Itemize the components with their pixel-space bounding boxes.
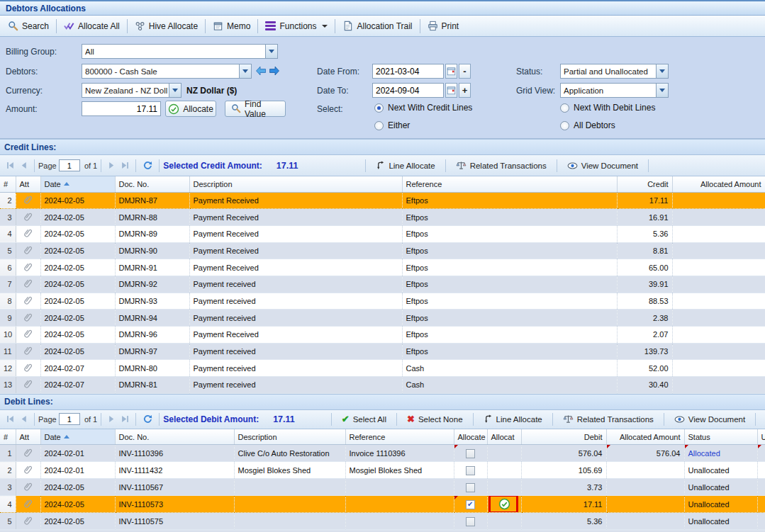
debtors-select[interactable]: 800000 - Cash Sale (82, 64, 252, 79)
date-from-decrement-button[interactable]: - (459, 64, 471, 79)
cell-allocate[interactable] (454, 513, 487, 530)
debit-view-document-button[interactable]: View Document (668, 415, 752, 424)
column-header-allocated-amount[interactable]: Allocated Amount (606, 429, 684, 445)
debit-table-row[interactable]: 2 2024-02-01 INV-1111432 Mosgiel Blokes … (0, 462, 765, 479)
column-header-reference[interactable]: Reference (345, 429, 454, 445)
attachment-cell[interactable] (16, 259, 40, 276)
credit-table-row[interactable]: 3 2024-02-05 DMJRN-88 Payment Received E… (0, 209, 765, 226)
attachment-cell[interactable] (16, 377, 40, 394)
functions-button[interactable]: Functions (260, 19, 333, 33)
allocate-checkbox[interactable] (466, 466, 475, 475)
allocate-checkbox[interactable] (466, 449, 475, 458)
attachment-cell[interactable] (16, 327, 40, 344)
date-to-calendar-button[interactable] (445, 83, 457, 98)
column-header-description[interactable]: Description (189, 176, 402, 192)
billing-group-select[interactable]: All (82, 44, 278, 59)
debit-line-allocate-button[interactable]: Line Allocate (477, 414, 549, 424)
dropdown-trigger[interactable] (169, 84, 181, 97)
column-header-status[interactable]: Status (684, 429, 757, 445)
credit-related-transactions-button[interactable]: Related Transactions (449, 161, 553, 170)
grid-view-select[interactable]: Application (560, 83, 669, 98)
date-from-calendar-button[interactable] (445, 64, 457, 79)
attachment-cell[interactable] (16, 276, 40, 293)
credit-table-row[interactable]: 9 2024-02-05 DMJRN-94 Payment received E… (0, 310, 765, 327)
credit-table-row[interactable]: 7 2024-02-05 DMJRN-92 Payment received E… (0, 276, 765, 293)
allocation-trail-button[interactable]: Allocation Trail (337, 18, 417, 33)
credit-table-row[interactable]: 2 2024-02-05 DMJRN-87 Payment Received E… (0, 192, 765, 209)
credit-table-row[interactable]: 11 2024-02-05 DMJRN-97 Payment received … (0, 343, 765, 360)
first-page-button[interactable] (4, 415, 17, 423)
column-header-allocat[interactable]: Allocat (487, 429, 521, 445)
credit-table-row[interactable]: 8 2024-02-05 DMJRN-93 Payment received E… (0, 293, 765, 310)
attachment-cell[interactable] (16, 242, 40, 259)
allocate-all-button[interactable]: Allocate All (59, 18, 125, 33)
hive-allocate-button[interactable]: Hive Allocate (130, 18, 203, 33)
column-header-reference[interactable]: Reference (402, 176, 617, 192)
attachment-cell[interactable] (16, 462, 40, 479)
column-header-doc-no[interactable]: Doc. No. (115, 176, 189, 192)
next-page-button[interactable] (105, 162, 118, 169)
radio-either[interactable]: Either (374, 120, 410, 130)
credit-table-row[interactable]: 5 2024-02-05 DMJRN-90 Payment Received E… (0, 242, 765, 259)
debit-table-row[interactable]: 5 2024-02-05 INV-1110575 (0, 513, 765, 530)
dropdown-trigger[interactable] (265, 45, 277, 58)
dropdown-trigger[interactable] (656, 84, 668, 97)
radio-all-debtors[interactable]: All Debtors (560, 120, 615, 130)
column-header-credit[interactable]: Credit (617, 176, 672, 192)
status-select[interactable]: Partial and Unallocated (560, 64, 669, 79)
column-header-date[interactable]: Date (40, 176, 115, 192)
column-header-num[interactable]: # (0, 429, 16, 445)
allocate-checkbox[interactable] (466, 500, 475, 509)
column-header-description[interactable]: Description (234, 429, 345, 445)
find-value-button[interactable]: Find Value (225, 101, 286, 117)
column-header-allocated-amount[interactable]: Allocated Amount (672, 176, 765, 192)
date-from-input[interactable] (372, 64, 444, 79)
credit-line-allocate-button[interactable]: Line Allocate (369, 161, 441, 170)
allocate-checkbox[interactable] (466, 483, 475, 492)
last-page-button[interactable] (118, 162, 132, 169)
column-header-debit[interactable]: Debit (521, 429, 606, 445)
column-header-num[interactable]: # (0, 176, 16, 192)
first-page-button[interactable] (4, 162, 17, 169)
last-page-button[interactable] (118, 415, 132, 423)
credit-table-row[interactable]: 10 2024-02-05 DMJRN-96 Payment Received … (0, 327, 765, 344)
refresh-button[interactable] (140, 161, 155, 171)
column-header-clipped[interactable]: U (757, 429, 765, 445)
column-header-att[interactable]: Att (16, 429, 40, 445)
refresh-button[interactable] (140, 414, 155, 424)
radio-next-with-credit-lines[interactable]: Next With Credit Lines (374, 103, 472, 113)
debit-table-row[interactable]: 1 2024-02-01 INV-1110396 Clive C/o Auto … (0, 445, 765, 462)
select-none-button[interactable]: ✖ Select None (401, 414, 469, 424)
previous-page-button[interactable] (17, 162, 30, 169)
attachment-cell[interactable] (16, 192, 40, 209)
attachment-cell[interactable] (16, 343, 40, 360)
next-page-button[interactable] (105, 415, 118, 423)
column-header-doc-no[interactable]: Doc. No. (115, 429, 234, 445)
attachment-cell[interactable] (16, 513, 40, 530)
column-header-allocate[interactable]: Allocate (454, 429, 487, 445)
date-to-input[interactable] (372, 83, 444, 98)
debit-related-transactions-button[interactable]: Related Transactions (557, 414, 660, 424)
dropdown-trigger[interactable] (239, 64, 251, 78)
attachment-cell[interactable] (16, 479, 40, 496)
memo-button[interactable]: Memo (208, 18, 255, 33)
print-button[interactable]: Print (423, 18, 464, 33)
attachment-cell[interactable] (16, 310, 40, 327)
cell-allocate[interactable] (454, 496, 487, 513)
amount-input[interactable] (82, 101, 161, 116)
dropdown-trigger[interactable] (656, 64, 668, 78)
credit-table-row[interactable]: 4 2024-02-05 DMJRN-89 Payment Received E… (0, 225, 765, 242)
next-debtor-button[interactable] (268, 64, 280, 77)
attachment-cell[interactable] (16, 293, 40, 310)
previous-page-button[interactable] (17, 415, 30, 423)
credit-table-row[interactable]: 12 2024-02-07 DMJRN-80 Payment received … (0, 360, 765, 377)
radio-next-with-debit-lines[interactable]: Next With Debit Lines (560, 103, 655, 113)
allocate-checkbox[interactable] (466, 517, 475, 526)
attachment-cell[interactable] (16, 225, 40, 242)
credit-view-document-button[interactable]: View Document (561, 162, 644, 170)
page-input[interactable] (59, 159, 80, 171)
column-header-att[interactable]: Att (16, 176, 40, 192)
credit-table-row[interactable]: 6 2024-02-05 DMJRN-91 Payment Received E… (0, 259, 765, 276)
allocate-button[interactable]: Allocate (165, 101, 216, 117)
cell-allocate[interactable] (454, 479, 487, 496)
